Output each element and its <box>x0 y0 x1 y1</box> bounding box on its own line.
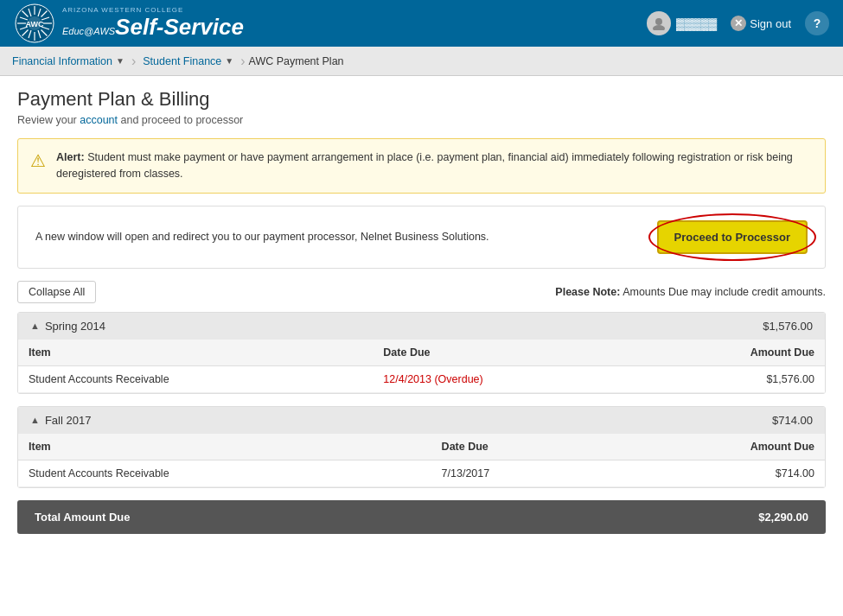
col-amount-1: Amount Due <box>607 434 825 460</box>
subtitle-post: and proceed to processor <box>118 114 243 126</box>
subtitle-pre: Review your <box>17 114 80 126</box>
term-header-0[interactable]: ▲ Spring 2014 $1,576.00 <box>18 313 825 340</box>
user-info: ▓▓▓▓▓ <box>647 11 717 35</box>
awc-logo-icon: AWC <box>14 3 55 44</box>
table-row: Student Accounts Receivable 12/4/2013 (O… <box>18 365 825 392</box>
term-arrow-1: ▲ <box>30 415 40 425</box>
alert-label: Alert: <box>56 151 85 163</box>
total-amount: $2,290.00 <box>758 511 808 524</box>
row-item-1-0: Student Accounts Receivable <box>18 460 431 486</box>
page-subtitle: Review your account and proceed to proce… <box>17 114 826 126</box>
logo-main-label: Self-Service <box>115 14 244 41</box>
help-button[interactable]: ? <box>805 11 829 35</box>
terms-container: ▲ Spring 2014 $1,576.00 Item Date Due Am… <box>17 312 826 488</box>
row-amount-0-0: $1,576.00 <box>638 365 825 392</box>
proceed-to-processor-button[interactable]: Proceed to Processor <box>657 220 808 254</box>
billing-table-0: Item Date Due Amount Due Student Account… <box>18 340 825 393</box>
sign-out-label: Sign out <box>750 17 791 30</box>
term-name-1: Fall 2017 <box>45 414 91 427</box>
alert-icon: ⚠ <box>30 150 46 171</box>
total-row: Total Amount Due $2,290.00 <box>17 500 826 534</box>
please-note-label: Please Note: <box>555 286 620 298</box>
col-amount-0: Amount Due <box>638 340 825 366</box>
processor-text: A new window will open and redirect you … <box>35 231 489 243</box>
help-label: ? <box>814 16 821 30</box>
nav-chevron-1: ▼ <box>116 56 125 66</box>
svg-point-20 <box>653 25 665 30</box>
billing-table-1: Item Date Due Amount Due Student Account… <box>18 434 825 487</box>
row-date-0-0: 12/4/2013 (Overdue) <box>373 365 637 392</box>
sign-out-icon: ✕ <box>731 16 746 31</box>
col-date-1: Date Due <box>431 434 608 460</box>
table-header-row-1: Item Date Due Amount Due <box>18 434 825 460</box>
app-header: AWC ARIZONA WESTERN COLLEGE Educ@AWS Sel… <box>0 0 843 47</box>
term-name-0: Spring 2014 <box>45 320 105 333</box>
processor-box: A new window will open and redirect you … <box>17 206 826 269</box>
col-item-1: Item <box>18 434 431 460</box>
page-content: Payment Plan & Billing Review your accou… <box>0 76 843 546</box>
nav-financial-info[interactable]: Financial Information ▼ <box>9 55 128 67</box>
term-header-1[interactable]: ▲ Fall 2017 $714.00 <box>18 407 825 434</box>
logo-sub-label: Educ@AWS <box>62 26 115 36</box>
alert-text: Alert: Student must make payment or have… <box>56 149 813 182</box>
toolbar-row: Collapse All Please Note: Amounts Due ma… <box>17 281 826 303</box>
sign-out-button[interactable]: ✕ Sign out <box>724 12 798 35</box>
account-link[interactable]: account <box>80 114 118 126</box>
term-arrow-0: ▲ <box>30 321 40 331</box>
table-wrap-1: Item Date Due Amount Due Student Account… <box>18 434 825 487</box>
table-wrap-0: Item Date Due Amount Due Student Account… <box>18 340 825 393</box>
alert-box: ⚠ Alert: Student must make payment or ha… <box>17 138 826 194</box>
please-note-text: Amounts Due may include credit amounts. <box>623 286 826 298</box>
col-date-0: Date Due <box>373 340 637 366</box>
svg-text:AWC: AWC <box>26 20 44 29</box>
term-section-0: ▲ Spring 2014 $1,576.00 Item Date Due Am… <box>17 312 826 394</box>
term-amount-1: $714.00 <box>772 414 813 427</box>
term-section-1: ▲ Fall 2017 $714.00 Item Date Due Amount… <box>17 406 826 488</box>
nav-student-finance[interactable]: Student Finance ▼ <box>139 55 237 67</box>
row-item-0-0: Student Accounts Receivable <box>18 365 373 392</box>
nav-bar: Financial Information ▼ › Student Financ… <box>0 47 843 76</box>
proceed-btn-wrapper: Proceed to Processor <box>657 220 808 254</box>
alert-body: Student must make payment or have paymen… <box>56 151 793 180</box>
nav-chevron-2: ▼ <box>225 56 233 66</box>
col-item-0: Item <box>18 340 373 366</box>
collapse-all-button[interactable]: Collapse All <box>17 281 96 303</box>
term-amount-0: $1,576.00 <box>763 320 813 333</box>
header-right: ▓▓▓▓▓ ✕ Sign out ? <box>647 11 829 35</box>
please-note: Please Note: Amounts Due may include cre… <box>555 286 826 298</box>
page-title: Payment Plan & Billing <box>17 88 826 111</box>
nav-sep-2: › <box>240 54 245 69</box>
nav-student-label: Student Finance <box>143 55 221 67</box>
logo-text-area: ARIZONA WESTERN COLLEGE Educ@AWS Self-Se… <box>62 6 244 41</box>
row-amount-1-0: $714.00 <box>607 460 825 486</box>
term-title-1: ▲ Fall 2017 <box>30 414 91 427</box>
row-date-1-0: 7/13/2017 <box>431 460 608 486</box>
nav-current-page: AWC Payment Plan <box>249 55 344 67</box>
user-avatar <box>647 11 671 35</box>
logo-area: AWC ARIZONA WESTERN COLLEGE Educ@AWS Sel… <box>14 3 244 44</box>
user-name: ▓▓▓▓▓ <box>676 17 717 30</box>
nav-sep-1: › <box>131 54 136 69</box>
table-header-row-0: Item Date Due Amount Due <box>18 340 825 366</box>
nav-financial-label: Financial Information <box>12 55 112 67</box>
total-label: Total Amount Due <box>35 511 131 524</box>
table-row: Student Accounts Receivable 7/13/2017 $7… <box>18 460 825 486</box>
school-name-label: ARIZONA WESTERN COLLEGE <box>62 6 183 14</box>
term-title-0: ▲ Spring 2014 <box>30 320 105 333</box>
svg-point-19 <box>655 18 662 25</box>
